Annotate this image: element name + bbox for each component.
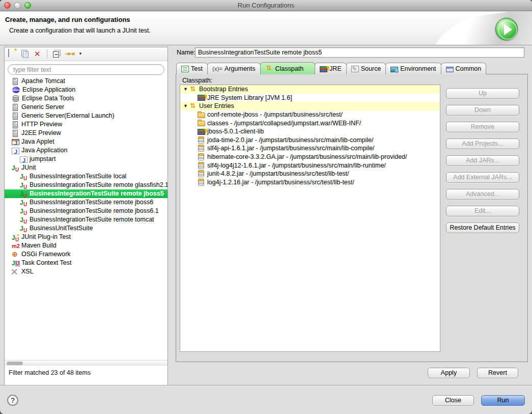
configurations-panel: ⇥⇥▼ Apache Tomcat Eclipse Application Ec… xyxy=(4,47,168,385)
folder-icon xyxy=(198,121,205,126)
tree-item[interactable]: Java Application xyxy=(5,146,167,155)
classpath-buttons: Up Down Remove Add Projects... Add JARs.… xyxy=(446,88,519,239)
junit-icon xyxy=(20,216,27,224)
add-projects-button[interactable]: Add Projects... xyxy=(446,139,519,149)
jar-icon xyxy=(198,137,204,144)
tree-item[interactable]: Eclipse Data Tools xyxy=(5,94,167,103)
osgi-icon xyxy=(12,251,19,258)
apply-button[interactable]: Apply xyxy=(428,368,470,378)
classpath-entry-row[interactable]: log4j-1.2.16.jar - /jumpstart/business/s… xyxy=(180,178,440,187)
junit-icon xyxy=(20,190,27,198)
classpath-entry-row[interactable]: slf4j-log4j12-1.6.1.jar - /jumpstart/bus… xyxy=(180,161,440,170)
help-button[interactable]: ? xyxy=(7,395,18,406)
name-label: Name: xyxy=(177,49,195,56)
tree-item[interactable]: JUnit Plug-in Test xyxy=(5,233,167,241)
tree-item[interactable]: BusinessIntegrationTestSuite remote tomc… xyxy=(5,215,167,224)
tab-label: Environment xyxy=(400,65,436,72)
run-banner-icon xyxy=(495,18,518,40)
run-button[interactable]: Run xyxy=(481,395,525,406)
disclosure-triangle-icon[interactable]: ▼ xyxy=(183,87,188,92)
tab-environment[interactable]: Environment xyxy=(385,63,441,74)
scrollbar-thumb[interactable] xyxy=(7,362,23,365)
classpath-entry-row[interactable]: junit-4.8.2.jar - /jumpstart/business/sr… xyxy=(180,170,440,178)
classpath-entry-row[interactable]: slf4j-api-1.6.1.jar - /jumpstart/busines… xyxy=(180,144,440,153)
tab-test[interactable]: Test xyxy=(176,63,208,74)
jar-icon xyxy=(198,154,204,160)
add-jars-button[interactable]: Add JARs... xyxy=(446,155,519,166)
tree-item[interactable]: Java Applet xyxy=(5,137,167,146)
duplicate-configuration-button[interactable] xyxy=(20,49,30,59)
tree-item[interactable]: Apache Tomcat xyxy=(5,77,167,86)
tree-item[interactable]: jumpstart xyxy=(5,155,167,163)
classpath-tab-content: Classpath: ▼Bootstrap Entries JRE System… xyxy=(176,74,528,362)
close-button[interactable]: Close xyxy=(432,395,474,406)
tree-item[interactable]: XSL xyxy=(5,267,167,276)
classpath-entry-row[interactable]: joda-time-2.0.jar - /jumpstart/business/… xyxy=(180,136,440,145)
tree-item[interactable]: Generic Server xyxy=(5,103,167,112)
tab-label: Classpath xyxy=(275,65,304,72)
restore-default-entries-button[interactable]: Restore Default Entries xyxy=(446,223,519,233)
classpath-group-icon xyxy=(189,86,197,93)
tab-arguments[interactable]: (x)=Arguments xyxy=(207,63,261,74)
down-button[interactable]: Down xyxy=(446,105,519,116)
dropdown-caret-icon: ▼ xyxy=(78,51,82,56)
filter-configurations-button[interactable]: ⇥⇥▼ xyxy=(65,49,79,59)
tree-item[interactable]: OSGi Framework xyxy=(5,250,167,259)
tab-jre[interactable]: JRE xyxy=(315,63,347,74)
test-tab-icon xyxy=(181,66,189,72)
name-input[interactable] xyxy=(195,47,524,58)
tree-item[interactable]: BusinessIntegrationTestSuite remote jbos… xyxy=(5,207,167,215)
tree-item[interactable]: Task Context Test xyxy=(5,259,167,267)
server-icon xyxy=(13,78,18,85)
tree-item[interactable]: BusinessUnitTestSuite xyxy=(5,224,167,233)
tree-item[interactable]: BusinessIntegrationTestSuite remote jbos… xyxy=(5,198,167,207)
folder-icon xyxy=(198,113,205,118)
tree-item[interactable]: BusinessIntegrationTestSuite local xyxy=(5,172,167,181)
tab-label: Common xyxy=(456,65,482,72)
classpath-group-icon xyxy=(189,102,197,110)
revert-button[interactable]: Revert xyxy=(477,368,518,378)
toolbar-separator xyxy=(47,49,47,59)
window-title: Run Configurations xyxy=(0,2,532,9)
up-button[interactable]: Up xyxy=(446,88,519,99)
tree-item[interactable]: Eclipse Application xyxy=(5,86,167,94)
filter-input[interactable] xyxy=(8,64,164,75)
new-configuration-icon xyxy=(8,49,9,57)
classpath-entry-row[interactable]: conf-remote-jboss - /jumpstart/business/… xyxy=(180,111,440,119)
tab-common[interactable]: Common xyxy=(441,63,487,74)
add-external-jars-button[interactable]: Add External JARs... xyxy=(446,172,519,183)
tree-item[interactable]: BusinessIntegrationTestSuite remote glas… xyxy=(5,181,167,189)
remove-button[interactable]: Remove xyxy=(446,122,519,132)
classpath-entry-row[interactable]: hibernate-core-3.3.2.GA.jar - /jumpstart… xyxy=(180,153,440,161)
classpath-entry-row[interactable]: classes - /jumpstart/collapsed/jumpstart… xyxy=(180,119,440,127)
tab-classpath[interactable]: Classpath xyxy=(260,62,316,74)
classpath-entry-row[interactable]: JRE System Library [JVM 1.6] xyxy=(180,94,440,102)
horizontal-scrollbar[interactable] xyxy=(5,360,167,366)
edit-button[interactable]: Edit... xyxy=(446,206,519,216)
junit-icon xyxy=(12,164,19,172)
server-icon xyxy=(13,121,18,128)
jar-icon xyxy=(198,179,204,186)
tree-item[interactable]: JUnit xyxy=(5,163,167,172)
tree-item[interactable]: J2EE Preview xyxy=(5,129,167,137)
junit-icon xyxy=(20,173,27,180)
delete-configuration-button[interactable] xyxy=(33,49,42,59)
advanced-button[interactable]: Advanced... xyxy=(446,189,519,200)
tree-item[interactable]: HTTP Preview xyxy=(5,120,167,129)
common-tab-icon xyxy=(446,67,454,72)
classpath-entry-row[interactable]: jboss-5.0.1-client-lib xyxy=(180,127,440,136)
tab-label: Test xyxy=(191,65,203,72)
collapse-all-button[interactable] xyxy=(52,49,61,59)
dialog-header: Create, manage, and run configurations C… xyxy=(0,12,532,45)
header-title: Create, manage, and run configurations xyxy=(5,16,130,23)
disclosure-triangle-icon[interactable]: ▼ xyxy=(183,103,188,108)
new-configuration-button[interactable] xyxy=(8,49,17,59)
tab-source[interactable]: Source xyxy=(346,63,386,74)
jar-icon xyxy=(198,145,204,152)
tree-item-selected[interactable]: BusinessIntegrationTestSuite remote jbos… xyxy=(5,189,167,198)
maven-icon xyxy=(12,242,19,250)
tree-item[interactable]: Maven Build xyxy=(5,241,167,250)
classpath-group-row[interactable]: ▼Bootstrap Entries xyxy=(180,85,440,94)
tree-item[interactable]: Generic Server(External Launch) xyxy=(5,112,167,120)
classpath-group-row[interactable]: ▼User Entries xyxy=(180,102,440,111)
